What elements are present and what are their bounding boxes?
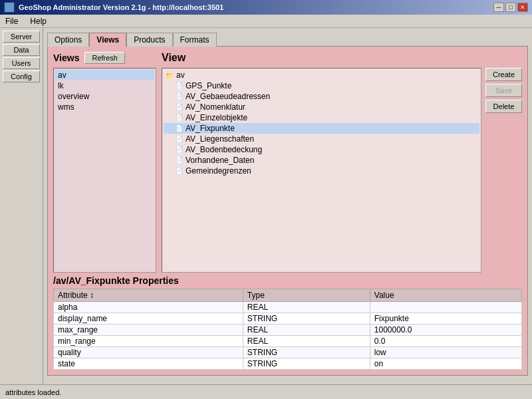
tree-item[interactable]: 📄AV_Bodenbedeckung <box>164 144 479 155</box>
file-icon: 📄 <box>174 103 184 111</box>
views-left-panel: Views Refresh avlkoverviewwms <box>53 52 156 273</box>
views-section-title: Views <box>53 53 79 63</box>
cell-type: REAL <box>243 336 370 347</box>
cell-attribute: state <box>54 358 243 370</box>
views-area: Views Refresh avlkoverviewwms View <box>53 52 522 273</box>
file-icon: 📄 <box>174 124 184 132</box>
file-icon: 📄 <box>174 82 184 90</box>
tab-products[interactable]: Products <box>126 33 172 47</box>
tree-item[interactable]: 📄AV_Nomenklatur <box>164 102 479 112</box>
cell-attribute: min_range <box>54 336 243 347</box>
view-item[interactable]: overview <box>55 91 154 102</box>
cell-attribute: display_name <box>54 313 243 325</box>
table-row: max_rangeREAL1000000.0 <box>54 325 522 336</box>
properties-table: Attribute ↕ Type Value alphaREALdisplay_… <box>53 289 522 370</box>
menubar: File Help <box>0 15 532 28</box>
statusbar: attributes loaded. <box>0 384 532 399</box>
table-row: qualitySTRINGlow <box>54 347 522 358</box>
tree-item[interactable]: 📄Gemeindegrenzen <box>164 166 479 176</box>
cell-type: REAL <box>243 325 370 336</box>
status-text: attributes loaded. <box>5 388 61 396</box>
content-area: Options Views Products Formats Views Ref… <box>43 28 532 384</box>
properties-title: /av/AV_Fixpunkte Properties <box>53 275 522 286</box>
views-right-panel: View 📁av📄GPS_Punkte📄AV_Gebaeudeadressen📄… <box>162 52 522 273</box>
col-value: Value <box>370 289 521 302</box>
tree-item[interactable]: 📄AV_Fixpunkte <box>164 123 479 134</box>
file-icon: 📄 <box>174 92 184 100</box>
sidebar-server[interactable]: Server <box>3 31 40 43</box>
sidebar-config[interactable]: Config <box>3 70 40 82</box>
cell-value: Fixpunkte <box>370 313 521 325</box>
col-attribute: Attribute ↕ <box>54 289 243 302</box>
cell-attribute: alpha <box>54 302 243 313</box>
properties-section: /av/AV_Fixpunkte Properties Attribute ↕ … <box>53 275 522 370</box>
cell-value: low <box>370 347 521 358</box>
tree-list[interactable]: 📁av📄GPS_Punkte📄AV_Gebaeudeadressen📄AV_No… <box>162 68 481 273</box>
menu-file[interactable]: File <box>3 16 21 27</box>
col-type: Type <box>243 289 370 302</box>
main-container: Server Data Users Config Options Views P… <box>0 28 532 384</box>
file-icon: 📄 <box>174 156 184 164</box>
table-row: min_rangeREAL0.0 <box>54 336 522 347</box>
refresh-button[interactable]: Refresh <box>84 52 125 64</box>
create-button[interactable]: Create <box>485 68 522 81</box>
tree-item[interactable]: 📄GPS_Punkte <box>164 80 479 91</box>
cell-type: REAL <box>243 302 370 313</box>
cell-type: STRING <box>243 313 370 325</box>
tab-formats[interactable]: Formats <box>173 33 217 47</box>
cell-type: STRING <box>243 347 370 358</box>
action-buttons: Create Save Delete <box>484 68 522 273</box>
view-item[interactable]: lk <box>55 80 154 91</box>
tab-options[interactable]: Options <box>47 33 89 47</box>
table-row: display_nameSTRINGFixpunkte <box>54 313 522 325</box>
app-icon <box>4 2 15 13</box>
tree-area: 📁av📄GPS_Punkte📄AV_Gebaeudeadressen📄AV_No… <box>162 68 522 273</box>
titlebar-title: GeoShop Administrator Version 2.1g - htt… <box>19 3 223 11</box>
close-button[interactable]: ✕ <box>517 3 528 12</box>
sidebar-data[interactable]: Data <box>3 44 40 56</box>
tree-item[interactable]: 📄AV_Liegenschaften <box>164 134 479 144</box>
maximize-button[interactable]: □ <box>505 3 516 12</box>
titlebar-left: GeoShop Administrator Version 2.1g - htt… <box>4 2 223 13</box>
delete-button[interactable]: Delete <box>485 100 522 113</box>
tab-bar: Options Views Products Formats <box>47 32 528 46</box>
tree-item[interactable]: 📄Vorhandene_Daten <box>164 155 479 166</box>
view-section-title: View <box>162 52 186 64</box>
cell-value: on <box>370 358 521 370</box>
cell-attribute: max_range <box>54 325 243 336</box>
tree-item[interactable]: 📄AV_Einzelobjekte <box>164 112 479 123</box>
file-icon: 📄 <box>174 114 184 122</box>
views-list[interactable]: avlkoverviewwms <box>53 68 156 273</box>
tree-item[interactable]: 📄AV_Gebaeudeadressen <box>164 91 479 102</box>
sidebar: Server Data Users Config <box>0 28 43 384</box>
cell-attribute: quality <box>54 347 243 358</box>
sidebar-users[interactable]: Users <box>3 57 40 69</box>
view-header: View <box>162 52 522 64</box>
file-icon: 📄 <box>174 135 184 143</box>
titlebar: GeoShop Administrator Version 2.1g - htt… <box>0 0 532 15</box>
view-item[interactable]: wms <box>55 102 154 112</box>
titlebar-controls[interactable]: ─ □ ✕ <box>493 3 528 12</box>
table-row: stateSTRINGon <box>54 358 522 370</box>
inner-panel: Views Refresh avlkoverviewwms View <box>47 46 528 376</box>
view-item[interactable]: av <box>55 70 154 80</box>
file-icon: 📄 <box>174 146 184 154</box>
minimize-button[interactable]: ─ <box>493 3 504 12</box>
table-row: alphaREAL <box>54 302 522 313</box>
views-header: Views Refresh <box>53 52 156 64</box>
save-button[interactable]: Save <box>485 84 522 97</box>
cell-type: STRING <box>243 358 370 370</box>
cell-value: 1000000.0 <box>370 325 521 336</box>
tree-root[interactable]: 📁av <box>164 70 479 80</box>
cell-value <box>370 302 521 313</box>
tab-views[interactable]: Views <box>89 33 126 47</box>
menu-help[interactable]: Help <box>27 16 49 27</box>
file-icon: 📄 <box>174 167 184 175</box>
folder-icon: 📁 <box>165 71 174 79</box>
cell-value: 0.0 <box>370 336 521 347</box>
